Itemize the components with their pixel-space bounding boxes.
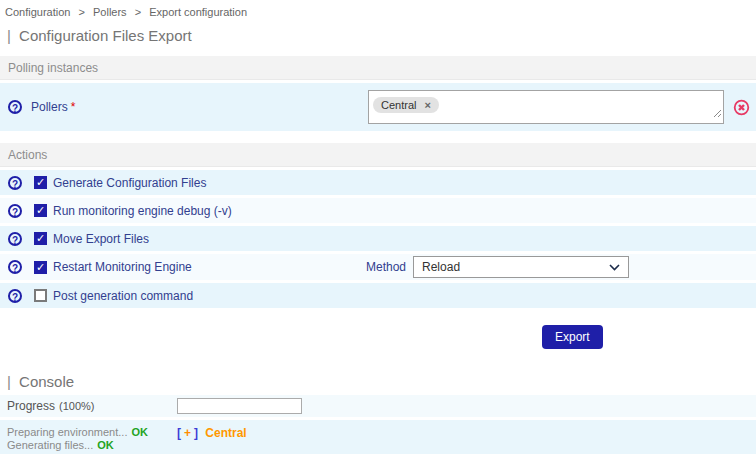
console-title-text: Console xyxy=(19,373,74,390)
page-title-text: Configuration Files Export xyxy=(19,27,192,44)
breadcrumb-separator: > xyxy=(135,6,141,18)
export-button[interactable]: Export xyxy=(542,325,603,349)
log-line: Generating files...OK xyxy=(7,439,177,452)
method-label: Method xyxy=(366,260,406,274)
console-log: Preparing environment...OK Generating fi… xyxy=(0,420,177,454)
expand-toggle[interactable]: [+] xyxy=(177,426,201,440)
section-header-actions: Actions xyxy=(0,143,756,167)
progress-bar xyxy=(177,398,302,414)
help-icon[interactable]: ? xyxy=(8,260,22,274)
log-text: Preparing environment... xyxy=(7,426,127,438)
export-configuration-page: Configuration > Pollers > Export configu… xyxy=(0,0,756,454)
restart-engine-checkbox[interactable] xyxy=(34,261,47,274)
action-row-restart: ? Restart Monitoring Engine Method Reloa… xyxy=(0,254,756,280)
breadcrumb-export-configuration[interactable]: Export configuration xyxy=(149,6,247,18)
breadcrumb-pollers[interactable]: Pollers xyxy=(93,6,127,18)
plus-icon: + xyxy=(181,426,194,440)
console-title: | Console xyxy=(7,373,756,390)
breadcrumb-configuration[interactable]: Configuration xyxy=(5,6,70,18)
method-select[interactable]: Reload xyxy=(413,256,629,278)
help-icon[interactable]: ? xyxy=(8,232,22,246)
action-row-move-files: ? Move Export Files xyxy=(0,226,756,251)
breadcrumb: Configuration > Pollers > Export configu… xyxy=(0,0,756,18)
section-header-polling-instances: Polling instances xyxy=(0,56,756,80)
export-button-area: Export xyxy=(0,308,756,370)
title-bar: | xyxy=(7,27,11,44)
poller-tag-label: Central xyxy=(381,99,416,111)
progress-label: Progress xyxy=(7,399,55,413)
action-row-debug: ? Run monitoring engine debug (-v) xyxy=(0,198,756,223)
help-icon[interactable]: ? xyxy=(8,289,22,303)
action-row-generate: ? Generate Configuration Files xyxy=(0,170,756,195)
generate-files-label: Generate Configuration Files xyxy=(53,176,206,190)
title-bar: | xyxy=(7,373,11,390)
pollers-label: Pollers xyxy=(31,100,68,114)
help-icon[interactable]: ? xyxy=(8,100,22,114)
move-files-label: Move Export Files xyxy=(53,232,149,246)
console-output: Preparing environment...OK Generating fi… xyxy=(0,420,756,454)
restart-engine-label: Restart Monitoring Engine xyxy=(53,260,192,274)
method-field: Method Reload xyxy=(366,256,629,278)
post-command-checkbox[interactable] xyxy=(34,289,47,302)
poller-result: [+] Central xyxy=(177,420,247,454)
progress-percent: (100%) xyxy=(59,400,94,412)
help-icon[interactable]: ? xyxy=(8,176,22,190)
bracket-close: ] xyxy=(194,426,198,440)
breadcrumb-separator: > xyxy=(79,6,85,18)
log-text: Generating files... xyxy=(7,439,93,451)
required-marker: * xyxy=(71,100,76,114)
chevron-down-icon xyxy=(609,264,620,271)
log-status: OK xyxy=(97,439,114,451)
remove-tag-icon[interactable]: × xyxy=(424,99,430,111)
log-status: OK xyxy=(131,426,148,438)
engine-debug-label: Run monitoring engine debug (-v) xyxy=(53,204,232,218)
log-line: Preparing environment...OK xyxy=(7,426,177,439)
method-selected-value: Reload xyxy=(422,260,460,274)
help-icon[interactable]: ? xyxy=(8,204,22,218)
generate-files-checkbox[interactable] xyxy=(34,176,47,189)
progress-row: Progress (100%) xyxy=(0,395,756,417)
clear-pollers-icon[interactable] xyxy=(733,99,750,120)
pollers-input[interactable]: Central × xyxy=(368,90,724,124)
poller-result-name: Central xyxy=(205,426,246,440)
engine-debug-checkbox[interactable] xyxy=(34,204,47,217)
action-row-post-command: ? Post generation command xyxy=(0,283,756,308)
pollers-row: ? Pollers * Central × xyxy=(0,83,756,131)
post-command-label: Post generation command xyxy=(53,289,193,303)
move-files-checkbox[interactable] xyxy=(34,232,47,245)
resize-handle-icon[interactable] xyxy=(712,104,722,122)
poller-tag-central: Central × xyxy=(373,97,439,113)
page-title: | Configuration Files Export xyxy=(7,27,756,44)
